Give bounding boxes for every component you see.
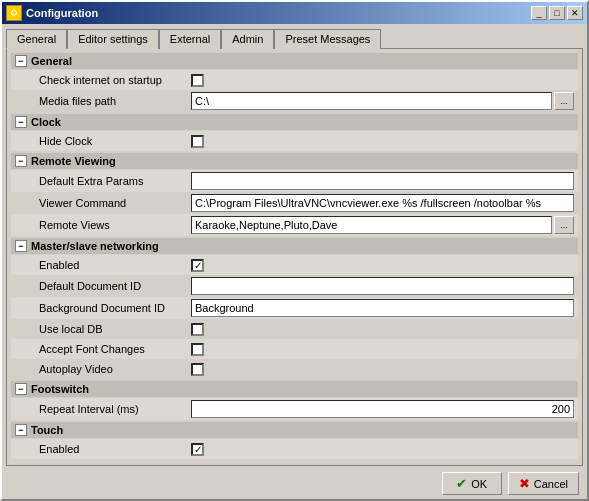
checkbox-touch-enabled-container	[191, 443, 204, 456]
section-header-touch: − Touch	[11, 422, 578, 438]
section-label-master-slave: Master/slave networking	[31, 240, 159, 252]
row-default-document-id: Default Document ID	[11, 275, 578, 297]
background-document-id-input[interactable]	[191, 299, 574, 317]
section-toggle-clock[interactable]: −	[15, 116, 27, 128]
section-header-footswitch: − Footswitch	[11, 381, 578, 397]
row-use-local-db: Use local DB	[11, 319, 578, 339]
footer: ✔ OK ✖ Cancel	[6, 466, 583, 497]
label-repeat-interval: Repeat Interval (ms)	[39, 403, 191, 415]
tab-general[interactable]: General	[6, 29, 67, 49]
content-area: General Editor settings External Admin P…	[2, 24, 587, 501]
checkbox-use-local-db-container	[191, 323, 204, 336]
ok-label: OK	[471, 478, 487, 490]
close-button[interactable]: ✕	[567, 6, 583, 20]
section-rows-touch: Enabled	[11, 439, 578, 459]
row-media-files-path: Media files path ...	[11, 90, 578, 112]
configuration-window: ⚙ Configuration _ □ ✕ General Editor set…	[0, 0, 589, 501]
section-rows-clock: Hide Clock	[11, 131, 578, 151]
section-header-general: − General	[11, 53, 578, 69]
cancel-x-icon: ✖	[519, 476, 530, 491]
section-toggle-touch[interactable]: −	[15, 424, 27, 436]
checkbox-master-enabled[interactable]	[191, 259, 204, 272]
label-default-extra-params: Default Extra Params	[39, 175, 191, 187]
title-bar: ⚙ Configuration _ □ ✕	[2, 2, 587, 24]
section-header-master-slave: − Master/slave networking	[11, 238, 578, 254]
checkbox-touch-enabled[interactable]	[191, 443, 204, 456]
section-label-touch: Touch	[31, 424, 63, 436]
row-master-enabled: Enabled	[11, 255, 578, 275]
section-label-general: General	[31, 55, 72, 67]
section-label-footswitch: Footswitch	[31, 383, 89, 395]
viewer-command-input[interactable]	[191, 194, 574, 212]
media-files-path-input-group: ...	[191, 92, 574, 110]
label-master-enabled: Enabled	[39, 259, 191, 271]
label-remote-views: Remote Views	[39, 219, 191, 231]
media-files-path-input[interactable]	[191, 92, 552, 110]
repeat-interval-input[interactable]	[191, 400, 574, 418]
cancel-label: Cancel	[534, 478, 568, 490]
row-background-document-id: Background Document ID	[11, 297, 578, 319]
section-header-remote-viewing: − Remote Viewing	[11, 153, 578, 169]
row-repeat-interval: Repeat Interval (ms)	[11, 398, 578, 420]
row-accept-font-changes: Accept Font Changes	[11, 339, 578, 359]
section-label-remote-viewing: Remote Viewing	[31, 155, 116, 167]
tab-external[interactable]: External	[159, 29, 221, 49]
label-viewer-command: Viewer Command	[39, 197, 191, 209]
maximize-button[interactable]: □	[549, 6, 565, 20]
label-check-internet: Check internet on startup	[39, 74, 191, 86]
main-panel: − General Check internet on startup Medi…	[6, 48, 583, 466]
default-extra-params-input[interactable]	[191, 172, 574, 190]
label-accept-font-changes: Accept Font Changes	[39, 343, 191, 355]
section-rows-footswitch: Repeat Interval (ms)	[11, 398, 578, 420]
label-touch-enabled: Enabled	[39, 443, 191, 455]
ok-button[interactable]: ✔ OK	[442, 472, 502, 495]
window-icon: ⚙	[6, 5, 22, 21]
label-hide-clock: Hide Clock	[39, 135, 191, 147]
checkbox-use-local-db[interactable]	[191, 323, 204, 336]
label-use-local-db: Use local DB	[39, 323, 191, 335]
checkbox-master-enabled-container	[191, 259, 204, 272]
row-check-internet: Check internet on startup	[11, 70, 578, 90]
remote-views-browse-button[interactable]: ...	[554, 216, 574, 234]
checkbox-check-internet[interactable]	[191, 74, 204, 87]
section-toggle-general[interactable]: −	[15, 55, 27, 67]
media-files-path-browse-button[interactable]: ...	[554, 92, 574, 110]
tab-editor-settings[interactable]: Editor settings	[67, 29, 159, 49]
window-title: Configuration	[26, 7, 98, 19]
ok-check-icon: ✔	[456, 476, 467, 491]
tab-bar: General Editor settings External Admin P…	[6, 28, 583, 48]
checkbox-accept-font-changes[interactable]	[191, 343, 204, 356]
remote-views-input[interactable]	[191, 216, 552, 234]
tab-preset-messages[interactable]: Preset Messages	[274, 29, 381, 49]
checkbox-autoplay-video-container	[191, 363, 204, 376]
label-media-files-path: Media files path	[39, 95, 191, 107]
row-remote-views: Remote Views ...	[11, 214, 578, 236]
section-toggle-master-slave[interactable]: −	[15, 240, 27, 252]
row-viewer-command: Viewer Command	[11, 192, 578, 214]
tab-admin[interactable]: Admin	[221, 29, 274, 49]
label-default-document-id: Default Document ID	[39, 280, 191, 292]
section-header-clock: − Clock	[11, 114, 578, 130]
checkbox-autoplay-video[interactable]	[191, 363, 204, 376]
row-default-extra-params: Default Extra Params	[11, 170, 578, 192]
checkbox-hide-clock[interactable]	[191, 135, 204, 148]
row-autoplay-video: Autoplay Video	[11, 359, 578, 379]
section-label-clock: Clock	[31, 116, 61, 128]
section-toggle-footswitch[interactable]: −	[15, 383, 27, 395]
section-rows-master-slave: Enabled Default Document ID Background D…	[11, 255, 578, 379]
default-document-id-input[interactable]	[191, 277, 574, 295]
label-autoplay-video: Autoplay Video	[39, 363, 191, 375]
checkbox-hide-clock-container	[191, 135, 204, 148]
checkbox-check-internet-container	[191, 74, 204, 87]
row-hide-clock: Hide Clock	[11, 131, 578, 151]
title-bar-left: ⚙ Configuration	[6, 5, 98, 21]
row-touch-enabled: Enabled	[11, 439, 578, 459]
remote-views-input-group: ...	[191, 216, 574, 234]
checkbox-accept-font-changes-container	[191, 343, 204, 356]
label-background-document-id: Background Document ID	[39, 302, 191, 314]
section-toggle-remote-viewing[interactable]: −	[15, 155, 27, 167]
section-rows-general: Check internet on startup Media files pa…	[11, 70, 578, 112]
minimize-button[interactable]: _	[531, 6, 547, 20]
title-buttons: _ □ ✕	[531, 6, 583, 20]
cancel-button[interactable]: ✖ Cancel	[508, 472, 579, 495]
